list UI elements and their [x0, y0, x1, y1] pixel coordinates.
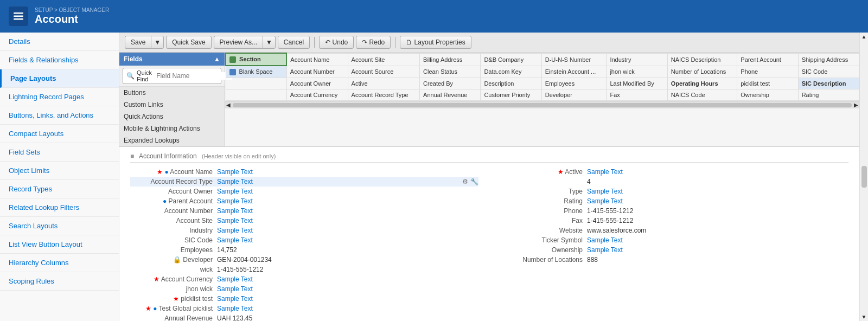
- table-cell[interactable]: picklist test: [737, 78, 798, 89]
- search-icon: 🔍: [126, 72, 135, 80]
- table-cell[interactable]: Account Currency: [286, 89, 348, 101]
- table-cell[interactable]: Ownership: [737, 89, 798, 101]
- preview-field-row: Ownership Sample Text: [500, 245, 848, 255]
- redo-button[interactable]: ↷ Redo: [356, 36, 391, 49]
- table-cell[interactable]: Employees: [541, 78, 607, 89]
- table-cell[interactable]: Number of Locations: [667, 66, 737, 78]
- scroll-left-icon[interactable]: ◀: [226, 102, 231, 108]
- right-scrollbar[interactable]: ▲ ▼: [859, 33, 868, 321]
- fields-palette: Fields ▲ 🔍 Quick Find ✕ Buttons Custom L…: [119, 53, 225, 146]
- table-cell[interactable]: Industry: [607, 53, 667, 66]
- fields-list-item-quick-actions[interactable]: Quick Actions: [119, 111, 225, 123]
- table-cell[interactable]: Phone: [737, 66, 798, 78]
- required-marker: ★: [558, 168, 564, 176]
- preview-value: Sample Text: [587, 188, 623, 195]
- sidebar-item-object-limits[interactable]: Object Limits: [0, 162, 119, 180]
- drag-handle[interactable]: ■: [130, 152, 134, 160]
- table-cell[interactable]: Shipping Address: [798, 53, 859, 66]
- preview-button[interactable]: Preview As...: [214, 36, 263, 49]
- table-cell[interactable]: jhon wick: [607, 66, 667, 78]
- sidebar-item-hierarchy-columns[interactable]: Hierarchy Columns: [0, 254, 119, 272]
- scroll-right-icon[interactable]: ▶: [854, 102, 858, 108]
- fields-palette-header: Fields ▲: [119, 53, 225, 66]
- sidebar-item-details[interactable]: Details: [0, 33, 119, 51]
- gear-icon[interactable]: ⚙: [462, 178, 468, 185]
- sidebar-item-field-sets[interactable]: Field Sets: [0, 143, 119, 162]
- save-dropdown-button[interactable]: ▼: [151, 36, 164, 49]
- table-cell[interactable]: D-U-N-S Number: [541, 53, 607, 66]
- table-cell[interactable]: Billing Address: [420, 53, 481, 66]
- preview-field-row: Phone 1-415-555-1212: [500, 206, 848, 216]
- section-note: (Header visible on edit only): [202, 153, 276, 159]
- preview-label: ★ Active: [500, 168, 587, 176]
- table-cell[interactable]: Customer Priority: [481, 89, 541, 101]
- undo-button[interactable]: ↶ Undo: [319, 36, 354, 49]
- sidebar-item-record-types[interactable]: Record Types: [0, 180, 119, 198]
- fields-list-item-buttons[interactable]: Buttons: [119, 87, 225, 99]
- table-cell[interactable]: SIC Code: [798, 66, 859, 78]
- table-cell[interactable]: Account Name: [286, 53, 348, 66]
- preview-field-row: Account Site Sample Text: [130, 216, 478, 226]
- preview-label: Rating: [500, 197, 587, 205]
- preview-button-group: Preview As... ▼: [214, 36, 276, 49]
- fields-list-item-expanded[interactable]: Expanded Lookups: [119, 134, 225, 146]
- fields-list-item-mobile[interactable]: Mobile & Lightning Actions: [119, 123, 225, 134]
- table-cell[interactable]: Account Owner: [286, 78, 348, 89]
- save-button[interactable]: Save: [125, 36, 151, 49]
- table-cell[interactable]: Active: [348, 78, 419, 89]
- sidebar: Details Fields & Relationships Page Layo…: [0, 33, 119, 321]
- sidebar-item-scoping-rules[interactable]: Scoping Rules: [0, 272, 119, 291]
- quick-find-input[interactable]: [156, 72, 232, 80]
- quick-save-button[interactable]: Quick Save: [166, 36, 211, 49]
- table-cell[interactable]: Parent Account: [737, 53, 798, 66]
- table-cell[interactable]: Description: [481, 78, 541, 89]
- table-cell[interactable]: Annual Revenue: [420, 89, 481, 101]
- table-cell[interactable]: Data.com Key: [481, 66, 541, 78]
- sidebar-item-page-layouts[interactable]: Page Layouts: [0, 69, 119, 88]
- preview-dropdown-button[interactable]: ▼: [263, 36, 276, 49]
- fields-palette-scroll-up[interactable]: ▲: [214, 55, 220, 63]
- sidebar-item-buttons-links[interactable]: Buttons, Links, and Actions: [0, 106, 119, 125]
- preview-value: Sample Text: [217, 188, 253, 195]
- table-cell[interactable]: Account Source: [348, 66, 419, 78]
- required-marker: ★: [154, 275, 159, 283]
- sidebar-item-lightning-record-pages[interactable]: Lightning Record Pages: [0, 88, 119, 106]
- table-cell[interactable]: NAICS Description: [667, 53, 737, 66]
- preview-area: ■ Account Information (Header visible on…: [119, 147, 859, 321]
- fields-list-item-custom-links[interactable]: Custom Links: [119, 99, 225, 111]
- section-info-header: ■ Account Information (Header visible on…: [130, 152, 848, 163]
- horizontal-scrollbar[interactable]: ◀ ▶: [225, 101, 859, 108]
- cancel-button[interactable]: Cancel: [278, 36, 310, 49]
- table-cell-sic-desc[interactable]: SIC Description: [798, 78, 859, 89]
- table-cell[interactable]: Fax: [607, 89, 667, 101]
- sidebar-item-search-layouts[interactable]: Search Layouts: [0, 217, 119, 235]
- sidebar-item-fields[interactable]: Fields & Relationships: [0, 51, 119, 69]
- page-title: Account: [35, 13, 109, 25]
- scroll-down-icon[interactable]: ▼: [861, 314, 867, 320]
- table-cell[interactable]: Last Modified By: [607, 78, 667, 89]
- table-cell[interactable]: Created By: [420, 78, 481, 89]
- sidebar-item-related-lookup[interactable]: Related Lookup Filters: [0, 198, 119, 217]
- table-cell-operating-hours[interactable]: Operating Hours: [667, 78, 737, 89]
- layout-properties-button[interactable]: 🗋 Layout Properties: [400, 36, 471, 49]
- preview-value: Sample Text: [587, 246, 623, 254]
- sidebar-item-compact-layouts[interactable]: Compact Layouts: [0, 125, 119, 143]
- table-cell[interactable]: Account Number: [286, 66, 348, 78]
- table-cell[interactable]: NAICS Code: [667, 89, 737, 101]
- wrench-icon[interactable]: 🔧: [470, 178, 478, 185]
- preview-field-row: Annual Revenue UAH 123.45: [130, 313, 478, 321]
- table-cell[interactable]: Clean Status: [420, 66, 481, 78]
- table-cell[interactable]: Developer: [541, 89, 607, 101]
- table-row: Account Owner Active Created By Descript…: [226, 78, 859, 89]
- blank-cell[interactable]: Blank Space: [226, 66, 286, 78]
- scroll-up-icon[interactable]: ▲: [861, 34, 867, 40]
- sidebar-item-list-view[interactable]: List View Button Layout: [0, 235, 119, 254]
- table-cell[interactable]: Einstein Account ...: [541, 66, 607, 78]
- table-cell[interactable]: Account Record Type: [348, 89, 419, 101]
- table-cell[interactable]: Account Site: [348, 53, 419, 66]
- section-cell[interactable]: Section: [226, 53, 286, 66]
- preview-field-row: Fax 1-415-555-1212: [500, 216, 848, 226]
- table-cell[interactable]: D&B Company: [481, 53, 541, 66]
- table-cell[interactable]: Rating: [798, 89, 859, 101]
- scroll-thumb[interactable]: [861, 166, 867, 188]
